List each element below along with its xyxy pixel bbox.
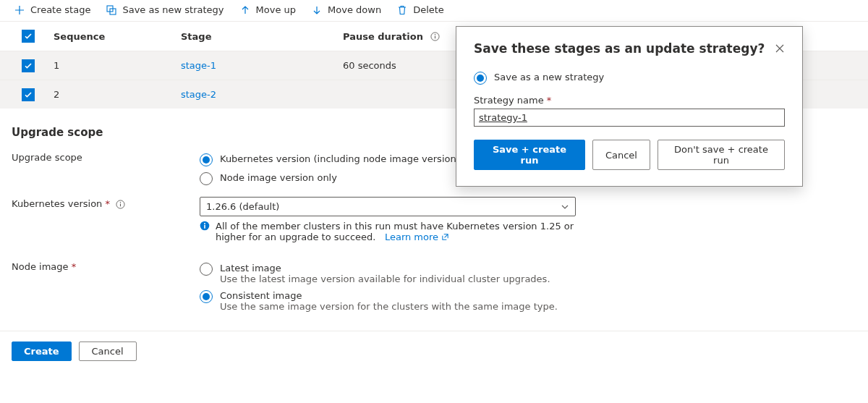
dialog-cancel-button[interactable]: Cancel	[592, 140, 650, 170]
save-as-new-strategy-label: Save as new strategy	[122, 4, 224, 15]
node-image-row: Node image * Latest image Use the latest…	[0, 255, 868, 319]
kubernetes-version-select[interactable]: 1.26.6 (default)	[200, 197, 576, 216]
create-button[interactable]: Create	[12, 342, 72, 361]
node-image-label: Node image *	[12, 260, 200, 272]
dialog-option-save-new[interactable]: Save as a new strategy	[474, 69, 785, 88]
move-down-label: Move down	[328, 4, 381, 15]
upgrade-scope-label: Upgrade scope	[12, 150, 200, 163]
radio-icon	[474, 72, 487, 85]
learn-more-link[interactable]: Learn more	[385, 232, 449, 242]
strategy-name-input[interactable]: strategy-1	[474, 109, 785, 127]
row-stage-link[interactable]: stage-2	[181, 89, 343, 100]
dont-save-create-run-button[interactable]: Don't save + create run	[658, 140, 785, 170]
strategy-name-label: Strategy name *	[474, 95, 785, 106]
chevron-down-icon	[561, 203, 569, 211]
save-strategy-icon	[106, 5, 116, 15]
arrow-down-icon	[312, 5, 322, 15]
select-all-checkbox[interactable]	[22, 30, 35, 43]
command-bar: Create stage Save as new strategy Move u…	[0, 0, 868, 21]
radio-icon	[200, 263, 213, 276]
radio-icon	[200, 172, 213, 185]
node-image-option-latest[interactable]: Latest image Use the latest image versio…	[200, 260, 576, 287]
info-icon[interactable]	[116, 200, 125, 209]
plus-icon	[14, 5, 25, 15]
arrow-up-icon	[240, 5, 250, 15]
delete-label: Delete	[413, 4, 444, 15]
cancel-button[interactable]: Cancel	[79, 342, 137, 361]
svg-point-7	[204, 223, 205, 224]
save-strategy-dialog: Save these stages as an update strategy?…	[456, 26, 803, 187]
save-create-run-button[interactable]: Save + create run	[474, 140, 585, 170]
move-up-button[interactable]: Move up	[240, 4, 297, 15]
move-up-label: Move up	[256, 4, 297, 15]
svg-point-5	[120, 202, 121, 203]
close-icon[interactable]	[775, 43, 785, 54]
col-stage: Stage	[181, 31, 343, 42]
radio-icon	[200, 290, 213, 303]
delete-button[interactable]: Delete	[397, 4, 444, 15]
create-stage-label: Create stage	[30, 4, 90, 15]
trash-icon	[397, 5, 407, 15]
save-as-new-strategy-button[interactable]: Save as new strategy	[106, 4, 224, 15]
dialog-title: Save these stages as an update strategy?	[474, 41, 765, 56]
kubernetes-version-label: Kubernetes version *	[12, 197, 200, 209]
create-stage-button[interactable]: Create stage	[14, 4, 90, 15]
svg-point-3	[435, 33, 435, 34]
radio-icon	[200, 153, 213, 166]
svg-rect-8	[204, 225, 205, 229]
move-down-button[interactable]: Move down	[312, 4, 381, 15]
version-note: All of the member clusters in this run m…	[200, 216, 576, 242]
node-image-option-consistent[interactable]: Consistent image Use the same image vers…	[200, 287, 576, 315]
info-icon	[200, 221, 210, 242]
info-icon[interactable]	[430, 32, 440, 41]
row-sequence: 2	[54, 89, 181, 100]
row-sequence: 1	[54, 60, 181, 71]
row-checkbox[interactable]	[22, 88, 35, 101]
row-checkbox[interactable]	[22, 59, 35, 72]
kubernetes-version-row: Kubernetes version * 1.26.6 (default) Al…	[0, 192, 868, 247]
footer-bar: Create Cancel	[0, 331, 868, 371]
row-stage-link[interactable]: stage-1	[181, 60, 343, 71]
col-sequence: Sequence	[54, 31, 181, 42]
